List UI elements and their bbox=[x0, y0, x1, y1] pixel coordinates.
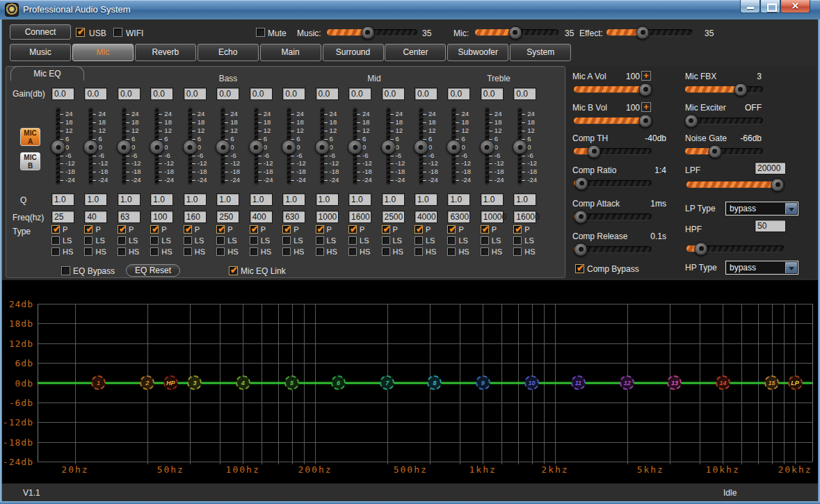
wifi-checkbox[interactable] bbox=[113, 28, 122, 37]
eq-point-13[interactable]: 13 bbox=[667, 375, 682, 390]
gain-field[interactable]: 0.0 bbox=[282, 88, 305, 100]
gain-field[interactable]: 0.0 bbox=[84, 88, 107, 100]
eq-point-9[interactable]: 9 bbox=[476, 375, 490, 390]
lpf-slider[interactable] bbox=[686, 181, 785, 188]
filter-type-p-checkbox[interactable] bbox=[382, 225, 390, 234]
filter-type-p-checkbox[interactable] bbox=[316, 225, 324, 234]
mic-a-vol-knob[interactable] bbox=[639, 83, 652, 96]
filter-type-hs-checkbox[interactable] bbox=[316, 247, 324, 256]
filter-type-ls-checkbox[interactable] bbox=[150, 236, 159, 245]
filter-type-p-checkbox[interactable] bbox=[282, 225, 291, 234]
mic-volume-knob[interactable] bbox=[508, 26, 522, 39]
eq-point-10[interactable]: 10 bbox=[524, 375, 539, 390]
minimize-button-icon[interactable] bbox=[740, 0, 760, 13]
freq-field[interactable]: 6300 bbox=[447, 211, 470, 223]
tab-system[interactable]: System bbox=[510, 44, 571, 61]
q-field[interactable]: 1.0 bbox=[51, 193, 74, 206]
fader-knob[interactable] bbox=[216, 140, 230, 154]
mic-volume-slider[interactable] bbox=[475, 29, 558, 35]
tab-subwoofer[interactable]: Subwoofer bbox=[447, 44, 508, 61]
fader-knob[interactable] bbox=[150, 140, 164, 154]
eq-reset-button[interactable]: EQ Reset bbox=[126, 264, 180, 277]
noise-gate-knob[interactable] bbox=[708, 145, 721, 158]
filter-type-ls-checkbox[interactable] bbox=[184, 236, 192, 245]
q-field[interactable]: 1.0 bbox=[216, 193, 239, 206]
freq-field[interactable]: 160 bbox=[184, 211, 207, 223]
comp-release-slider[interactable] bbox=[574, 246, 652, 252]
fader-knob[interactable] bbox=[480, 140, 495, 154]
freq-field[interactable]: 1600 bbox=[348, 211, 371, 223]
comp-th-knob[interactable] bbox=[588, 145, 601, 158]
mic-exciter-knob[interactable] bbox=[684, 114, 698, 127]
lp-type-dropdown[interactable]: bypass bbox=[725, 202, 798, 216]
filter-type-ls-checkbox[interactable] bbox=[382, 236, 390, 245]
filter-type-p-checkbox[interactable] bbox=[415, 225, 423, 234]
comp-release-knob[interactable] bbox=[574, 243, 588, 256]
freq-field[interactable]: 40 bbox=[84, 211, 107, 223]
usb-checkbox[interactable] bbox=[76, 28, 85, 37]
eq-point-5[interactable]: 5 bbox=[284, 375, 299, 390]
mic-fbx-slider[interactable] bbox=[685, 86, 763, 92]
fader-knob[interactable] bbox=[117, 140, 131, 154]
fader-knob[interactable] bbox=[414, 140, 428, 154]
freq-field[interactable]: 630 bbox=[282, 211, 305, 223]
tab-mic[interactable]: Mic bbox=[72, 44, 134, 61]
filter-type-p-checkbox[interactable] bbox=[513, 225, 522, 234]
filter-type-p-checkbox[interactable] bbox=[481, 225, 489, 234]
filter-type-hs-checkbox[interactable] bbox=[348, 247, 357, 256]
hpf-knob[interactable] bbox=[695, 242, 708, 255]
eq-point-6[interactable]: 6 bbox=[331, 375, 346, 390]
hpf-slider[interactable] bbox=[686, 245, 785, 252]
fader-knob[interactable] bbox=[51, 140, 65, 154]
music-volume-slider[interactable] bbox=[327, 29, 417, 35]
filter-type-hs-checkbox[interactable] bbox=[150, 247, 159, 256]
gain-field[interactable]: 0.0 bbox=[415, 88, 437, 100]
mic-b-button[interactable]: MICB bbox=[20, 152, 40, 170]
eq-point-2[interactable]: 2 bbox=[140, 375, 154, 390]
eq-bypass-checkbox[interactable] bbox=[61, 266, 70, 275]
filter-type-hs-checkbox[interactable] bbox=[118, 247, 126, 256]
effect-volume-knob[interactable] bbox=[636, 26, 650, 39]
filter-type-hs-checkbox[interactable] bbox=[250, 247, 258, 256]
gain-field[interactable]: 0.0 bbox=[348, 88, 371, 100]
filter-type-ls-checkbox[interactable] bbox=[250, 236, 258, 245]
fader-knob[interactable] bbox=[249, 140, 264, 154]
filter-type-ls-checkbox[interactable] bbox=[118, 236, 126, 245]
filter-type-hs-checkbox[interactable] bbox=[481, 247, 489, 256]
gain-field[interactable]: 0.0 bbox=[184, 88, 207, 100]
comp-ratio-knob[interactable] bbox=[575, 177, 588, 190]
chevron-down-icon[interactable] bbox=[785, 262, 797, 273]
filter-type-ls-checkbox[interactable] bbox=[415, 236, 423, 245]
filter-type-ls-checkbox[interactable] bbox=[348, 236, 357, 245]
eq-point-15[interactable]: 15 bbox=[764, 375, 779, 390]
filter-type-p-checkbox[interactable] bbox=[51, 225, 60, 234]
hp-type-dropdown[interactable]: bypass bbox=[725, 261, 798, 275]
close-button-icon[interactable] bbox=[780, 0, 810, 13]
eq-point-1[interactable]: 1 bbox=[91, 375, 106, 390]
filter-type-p-checkbox[interactable] bbox=[447, 225, 456, 234]
fader-knob[interactable] bbox=[183, 140, 198, 154]
freq-field[interactable]: 1000 bbox=[316, 211, 339, 223]
gain-field[interactable]: 0.0 bbox=[250, 88, 273, 100]
q-field[interactable]: 1.0 bbox=[150, 193, 173, 206]
hpf-input[interactable]: 50 bbox=[755, 220, 786, 232]
noise-gate-slider[interactable] bbox=[685, 148, 763, 154]
eq-point-hp[interactable]: HP bbox=[163, 375, 178, 390]
filter-type-p-checkbox[interactable] bbox=[84, 225, 93, 234]
mic-a-button[interactable]: MICA bbox=[20, 128, 40, 146]
lpf-knob[interactable] bbox=[771, 178, 785, 191]
filter-type-ls-checkbox[interactable] bbox=[282, 236, 291, 245]
filter-type-ls-checkbox[interactable] bbox=[316, 236, 324, 245]
comp-attack-knob[interactable] bbox=[574, 210, 588, 223]
freq-field[interactable]: 4000 bbox=[415, 211, 437, 223]
freq-field[interactable]: 100 bbox=[150, 211, 173, 223]
fader-knob[interactable] bbox=[282, 140, 296, 154]
filter-type-hs-checkbox[interactable] bbox=[51, 247, 60, 256]
fader-knob[interactable] bbox=[315, 140, 330, 154]
mic-a-vol-plus-button[interactable]: + bbox=[641, 71, 651, 81]
comp-bypass-checkbox[interactable] bbox=[575, 264, 584, 273]
q-field[interactable]: 1.0 bbox=[282, 193, 305, 206]
tab-echo[interactable]: Echo bbox=[198, 44, 259, 61]
freq-field[interactable]: 2500 bbox=[382, 211, 405, 223]
q-field[interactable]: 1.0 bbox=[184, 193, 207, 206]
